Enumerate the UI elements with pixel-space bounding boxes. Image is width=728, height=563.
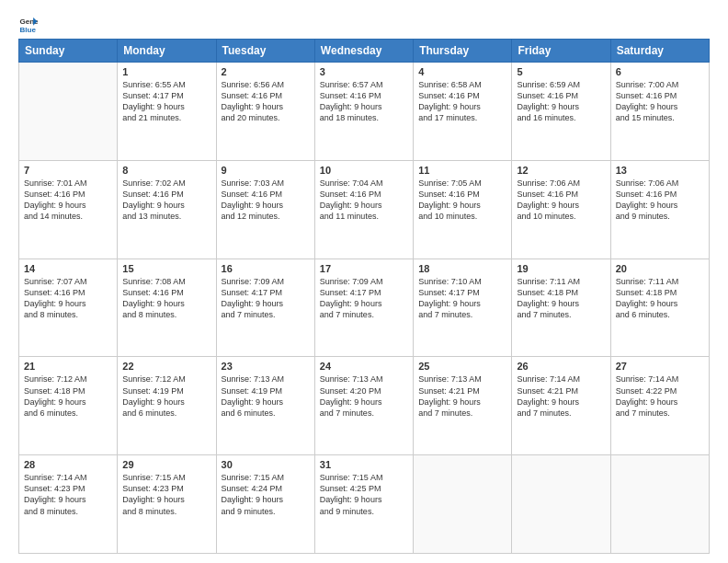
day-info: Sunrise: 7:03 AMSunset: 4:16 PMDaylight:… <box>222 178 310 223</box>
day-cell <box>19 63 118 161</box>
day-number: 22 <box>122 361 210 372</box>
logo-icon: General Blue <box>18 15 39 35</box>
day-number: 11 <box>418 165 506 176</box>
day-cell: 17Sunrise: 7:09 AMSunset: 4:17 PMDayligh… <box>314 259 413 357</box>
day-number: 14 <box>24 263 112 274</box>
day-number: 4 <box>418 66 506 77</box>
calendar-wrapper: SundayMondayTuesdayWednesdayThursdayFrid… <box>18 39 710 554</box>
day-number: 31 <box>320 459 408 470</box>
day-number: 27 <box>616 361 704 372</box>
day-number: 2 <box>222 66 310 77</box>
header-cell-saturday: Saturday <box>610 40 709 63</box>
day-number: 6 <box>616 66 704 77</box>
calendar-table: SundayMondayTuesdayWednesdayThursdayFrid… <box>18 39 710 554</box>
day-info: Sunrise: 7:00 AMSunset: 4:16 PMDaylight:… <box>616 79 704 124</box>
day-number: 30 <box>222 459 310 470</box>
day-cell: 4Sunrise: 6:58 AMSunset: 4:16 PMDaylight… <box>414 63 512 161</box>
header: General Blue <box>18 15 710 35</box>
day-cell: 21Sunrise: 7:12 AMSunset: 4:18 PMDayligh… <box>19 357 118 455</box>
day-info: Sunrise: 7:14 AMSunset: 4:21 PMDaylight:… <box>517 373 605 419</box>
day-info: Sunrise: 7:14 AMSunset: 4:23 PMDaylight:… <box>24 472 112 517</box>
day-cell: 9Sunrise: 7:03 AMSunset: 4:16 PMDaylight… <box>216 160 314 259</box>
day-cell: 2Sunrise: 6:56 AMSunset: 4:16 PMDaylight… <box>216 63 314 161</box>
day-info: Sunrise: 7:04 AMSunset: 4:16 PMDaylight:… <box>320 178 408 223</box>
day-cell: 18Sunrise: 7:10 AMSunset: 4:17 PMDayligh… <box>414 259 512 357</box>
day-info: Sunrise: 7:11 AMSunset: 4:18 PMDaylight:… <box>616 276 704 321</box>
day-info: Sunrise: 7:09 AMSunset: 4:17 PMDaylight:… <box>222 276 310 321</box>
day-info: Sunrise: 7:07 AMSunset: 4:16 PMDaylight:… <box>24 276 112 321</box>
day-number: 18 <box>418 263 506 274</box>
header-cell-wednesday: Wednesday <box>314 40 413 63</box>
day-cell <box>414 455 512 554</box>
week-row-1: 7Sunrise: 7:01 AMSunset: 4:16 PMDaylight… <box>19 160 710 259</box>
day-cell: 13Sunrise: 7:06 AMSunset: 4:16 PMDayligh… <box>610 160 709 259</box>
day-cell: 6Sunrise: 7:00 AMSunset: 4:16 PMDaylight… <box>610 63 709 161</box>
day-info: Sunrise: 7:14 AMSunset: 4:22 PMDaylight:… <box>616 373 704 419</box>
page: General Blue SundayMondayTuesdayWednesda… <box>0 0 728 563</box>
header-row: SundayMondayTuesdayWednesdayThursdayFrid… <box>19 40 710 63</box>
day-cell: 29Sunrise: 7:15 AMSunset: 4:23 PMDayligh… <box>118 455 216 554</box>
svg-text:Blue: Blue <box>19 26 36 34</box>
day-cell: 22Sunrise: 7:12 AMSunset: 4:19 PMDayligh… <box>118 357 216 455</box>
day-number: 10 <box>320 165 408 176</box>
day-number: 25 <box>418 361 506 372</box>
day-number: 28 <box>24 459 112 470</box>
day-cell: 11Sunrise: 7:05 AMSunset: 4:16 PMDayligh… <box>414 160 512 259</box>
day-info: Sunrise: 7:05 AMSunset: 4:16 PMDaylight:… <box>418 178 506 223</box>
header-cell-thursday: Thursday <box>414 40 512 63</box>
header-cell-friday: Friday <box>512 40 610 63</box>
day-cell: 14Sunrise: 7:07 AMSunset: 4:16 PMDayligh… <box>19 259 118 357</box>
day-number: 7 <box>24 165 112 176</box>
day-info: Sunrise: 6:55 AMSunset: 4:17 PMDaylight:… <box>122 79 210 124</box>
day-number: 9 <box>222 165 310 176</box>
day-cell: 3Sunrise: 6:57 AMSunset: 4:16 PMDaylight… <box>314 63 413 161</box>
day-info: Sunrise: 7:12 AMSunset: 4:18 PMDaylight:… <box>24 373 112 419</box>
day-cell: 26Sunrise: 7:14 AMSunset: 4:21 PMDayligh… <box>512 357 610 455</box>
day-info: Sunrise: 7:13 AMSunset: 4:20 PMDaylight:… <box>320 373 408 419</box>
day-cell: 24Sunrise: 7:13 AMSunset: 4:20 PMDayligh… <box>314 357 413 455</box>
day-cell: 12Sunrise: 7:06 AMSunset: 4:16 PMDayligh… <box>512 160 610 259</box>
day-cell: 7Sunrise: 7:01 AMSunset: 4:16 PMDaylight… <box>19 160 118 259</box>
day-number: 24 <box>320 361 408 372</box>
day-info: Sunrise: 6:59 AMSunset: 4:16 PMDaylight:… <box>517 79 605 124</box>
day-cell: 19Sunrise: 7:11 AMSunset: 4:18 PMDayligh… <box>512 259 610 357</box>
day-info: Sunrise: 7:10 AMSunset: 4:17 PMDaylight:… <box>418 276 506 321</box>
day-cell: 25Sunrise: 7:13 AMSunset: 4:21 PMDayligh… <box>414 357 512 455</box>
day-cell: 16Sunrise: 7:09 AMSunset: 4:17 PMDayligh… <box>216 259 314 357</box>
day-number: 15 <box>122 263 210 274</box>
day-info: Sunrise: 7:06 AMSunset: 4:16 PMDaylight:… <box>616 178 704 223</box>
day-info: Sunrise: 7:12 AMSunset: 4:19 PMDaylight:… <box>122 373 210 419</box>
day-cell <box>610 455 709 554</box>
day-info: Sunrise: 6:57 AMSunset: 4:16 PMDaylight:… <box>320 79 408 124</box>
day-number: 13 <box>616 165 704 176</box>
day-number: 1 <box>122 66 210 77</box>
day-info: Sunrise: 7:13 AMSunset: 4:19 PMDaylight:… <box>222 373 310 419</box>
header-cell-sunday: Sunday <box>19 40 118 63</box>
header-cell-tuesday: Tuesday <box>216 40 314 63</box>
day-number: 5 <box>517 66 605 77</box>
week-row-0: 1Sunrise: 6:55 AMSunset: 4:17 PMDaylight… <box>19 63 710 161</box>
day-cell: 10Sunrise: 7:04 AMSunset: 4:16 PMDayligh… <box>314 160 413 259</box>
day-info: Sunrise: 7:15 AMSunset: 4:24 PMDaylight:… <box>222 472 310 517</box>
day-info: Sunrise: 7:15 AMSunset: 4:23 PMDaylight:… <box>122 472 210 517</box>
day-number: 21 <box>24 361 112 372</box>
logo: General Blue <box>18 15 39 35</box>
day-cell: 15Sunrise: 7:08 AMSunset: 4:16 PMDayligh… <box>118 259 216 357</box>
day-number: 29 <box>122 459 210 470</box>
day-number: 16 <box>222 263 310 274</box>
day-info: Sunrise: 6:58 AMSunset: 4:16 PMDaylight:… <box>418 79 506 124</box>
day-cell: 30Sunrise: 7:15 AMSunset: 4:24 PMDayligh… <box>216 455 314 554</box>
day-info: Sunrise: 6:56 AMSunset: 4:16 PMDaylight:… <box>222 79 310 124</box>
day-number: 26 <box>517 361 605 372</box>
day-cell: 5Sunrise: 6:59 AMSunset: 4:16 PMDaylight… <box>512 63 610 161</box>
day-number: 12 <box>517 165 605 176</box>
week-row-4: 28Sunrise: 7:14 AMSunset: 4:23 PMDayligh… <box>19 455 710 554</box>
day-number: 19 <box>517 263 605 274</box>
day-number: 23 <box>222 361 310 372</box>
day-cell: 31Sunrise: 7:15 AMSunset: 4:25 PMDayligh… <box>314 455 413 554</box>
day-cell: 1Sunrise: 6:55 AMSunset: 4:17 PMDaylight… <box>118 63 216 161</box>
day-info: Sunrise: 7:09 AMSunset: 4:17 PMDaylight:… <box>320 276 408 321</box>
day-info: Sunrise: 7:08 AMSunset: 4:16 PMDaylight:… <box>122 276 210 321</box>
day-cell: 23Sunrise: 7:13 AMSunset: 4:19 PMDayligh… <box>216 357 314 455</box>
day-cell: 8Sunrise: 7:02 AMSunset: 4:16 PMDaylight… <box>118 160 216 259</box>
